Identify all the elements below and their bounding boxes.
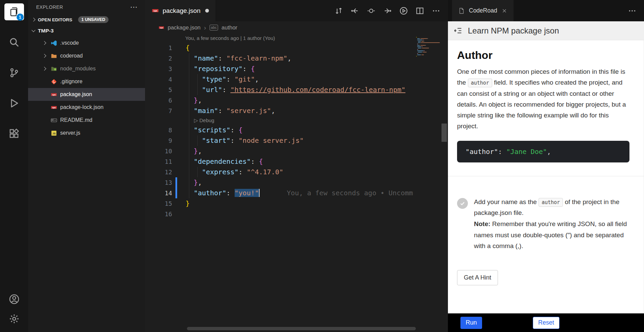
line-number: 11 [145, 156, 172, 167]
file-item-package-lock.json[interactable]: npmpackage-lock.json [28, 101, 145, 114]
code-line-14[interactable]: 14 "author": "you!"You, a few seconds ag… [145, 188, 414, 198]
code-line-8[interactable]: 8 "scripts": { [145, 125, 414, 135]
code-line-1[interactable]: 1{ [145, 43, 414, 53]
vertical-scrollbar-thumb[interactable] [442, 124, 447, 142]
code-token: { [259, 157, 263, 165]
webview-icon [458, 7, 465, 14]
code-line-10[interactable]: 10 }, [145, 146, 414, 156]
tab-coderoad[interactable]: CodeRoad [452, 0, 514, 21]
minimap-token [418, 49, 418, 50]
minimap-token [421, 38, 427, 39]
file-item-README.md[interactable]: README.md [28, 114, 145, 127]
codelens-debug[interactable]: ▷ Debug [145, 116, 414, 125]
svg-text:npm: npm [153, 9, 157, 12]
file-item-.gitignore[interactable]: .gitignore [28, 75, 145, 88]
task-note: Note: Remember that you're writing JSON,… [474, 219, 629, 252]
code-token: , [255, 75, 259, 83]
gutter-modified-indicator [175, 85, 177, 95]
vertical-scrollbar[interactable] [440, 34, 448, 332]
activity-run-debug[interactable] [4, 95, 24, 112]
npm-icon: npm [159, 25, 164, 30]
code-editor[interactable]: You, a few seconds ago | 1 author (You)1… [145, 34, 448, 332]
code-line-3[interactable]: 3 "repository": { [145, 64, 414, 74]
check-icon [459, 200, 466, 206]
get-hint-button[interactable]: Get A Hint [457, 270, 498, 285]
gutter-modified-indicator [175, 188, 177, 198]
code-line-16[interactable]: 16 [145, 209, 414, 219]
open-changes-icon[interactable] [334, 6, 343, 15]
file-item-package.json[interactable]: npmpackage.json [28, 88, 145, 101]
tab-package-json[interactable]: npm package.json [145, 0, 216, 21]
code-token: "start" [202, 136, 230, 145]
more-actions-icon[interactable] [628, 6, 637, 15]
chevron-right-icon [41, 67, 48, 70]
activity-source-control[interactable] [4, 64, 24, 81]
line-number: 3 [145, 64, 172, 74]
run-button[interactable]: Run [460, 317, 482, 329]
reset-button[interactable]: Reset [533, 317, 559, 329]
code-line-9[interactable]: 9 "start": "node server.js" [145, 135, 414, 146]
previous-change-icon[interactable] [351, 6, 359, 15]
code-token: , [198, 178, 202, 186]
code-line-5[interactable]: 5 "url": "https://github.com/coderoad/fc… [145, 85, 414, 95]
more-actions-icon[interactable] [432, 6, 440, 15]
code-token: "https://github.com/coderoad/fcc-learn-n… [230, 86, 405, 94]
code-line-11[interactable]: 11 "dependencies": { [145, 156, 414, 167]
task-text: Add your name as the author of the proje… [474, 197, 629, 252]
file-item-node_modules[interactable]: node_modules [28, 62, 145, 75]
activity-explorer[interactable]: 1 [4, 3, 24, 20]
code-token: , [287, 54, 291, 62]
close-icon[interactable] [501, 8, 507, 14]
gutter-modified-indicator [175, 177, 177, 188]
chevron-right-icon [41, 54, 48, 57]
split-editor-icon[interactable] [415, 6, 424, 15]
activity-search[interactable] [4, 34, 24, 51]
minimap-token [423, 52, 427, 52]
minimap-token [417, 54, 421, 55]
next-change-icon[interactable] [383, 6, 392, 15]
minimap-token [416, 37, 417, 38]
divider [448, 176, 644, 176]
file-item-server.js[interactable]: JSserver.js [28, 127, 145, 139]
tutorial-menu-icon[interactable] [453, 26, 462, 35]
code-line-4[interactable]: 4 "type": "git", [145, 74, 414, 85]
pending-change-icon[interactable] [367, 6, 376, 15]
run-file-icon[interactable] [399, 6, 408, 15]
breadcrumb-file[interactable]: package.json [168, 24, 200, 31]
activity-accounts[interactable] [4, 291, 24, 308]
breadcrumb-symbol[interactable]: author [221, 24, 237, 31]
line-number: 16 [145, 209, 172, 219]
code-token: "type" [202, 75, 226, 83]
unsaved-indicator-dot[interactable] [205, 9, 209, 13]
js-file-icon: JS [51, 130, 57, 136]
activity-extensions[interactable] [4, 125, 24, 142]
code-line-13[interactable]: 13 }, [145, 177, 414, 188]
tutorial-content[interactable]: Author One of the most common pieces of … [448, 40, 644, 313]
git-file-icon [51, 79, 57, 85]
file-item-.vscode[interactable]: .vscode [28, 37, 145, 49]
code-line-15[interactable]: 15} [145, 198, 414, 209]
code-text: }, [186, 95, 414, 106]
open-editors-header[interactable]: OPEN EDITORS 1 UNSAVED [28, 14, 145, 25]
codelens-authors[interactable]: You, a few seconds ago | 1 author (You) [145, 34, 414, 43]
code-line-2[interactable]: 2 "name": "fcc-learn-npm", [145, 53, 414, 64]
more-actions-icon[interactable]: ⋯ [130, 5, 138, 9]
minimap-token [418, 42, 420, 43]
npm-file-icon: npm [51, 91, 57, 98]
workspace-root[interactable]: TMP-3 [28, 25, 145, 37]
code-line-12[interactable]: 12 "express": "^4.17.0" [145, 167, 414, 177]
code-line-6[interactable]: 6 }, [145, 95, 414, 106]
code-token: "repository" [194, 65, 243, 73]
bold-label: Note: [474, 220, 491, 227]
horizontal-scrollbar-thumb[interactable] [187, 327, 416, 330]
gutter-modified-indicator [175, 53, 177, 64]
minimap[interactable] [416, 37, 440, 58]
minimap-token [422, 48, 429, 48]
activity-settings[interactable] [4, 310, 24, 327]
activity-bar: 1 [0, 0, 28, 332]
code-text: "scripts": { [186, 125, 414, 135]
gutter-modified-indicator [175, 64, 177, 74]
minimap-token [421, 54, 421, 55]
file-item-coderoad[interactable]: coderoad [28, 49, 145, 62]
code-line-7[interactable]: 7 "main": "server.js", [145, 106, 414, 116]
